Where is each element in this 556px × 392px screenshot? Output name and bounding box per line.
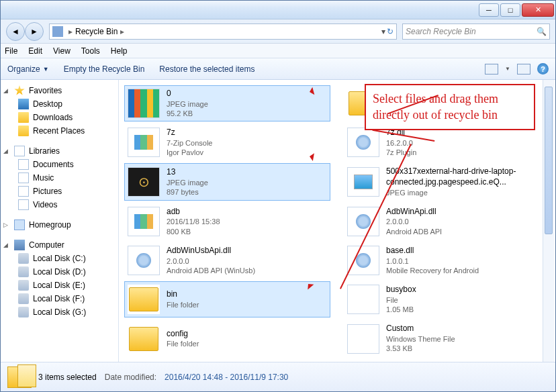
disk-icon (18, 266, 29, 277)
disclosure-icon: ◢ (3, 87, 10, 94)
scrollbar-thumb[interactable] (545, 87, 553, 234)
file-meta: JPEG image (386, 188, 547, 197)
file-tile[interactable]: AdbWinApi.dll2.0.0.0Android ADB API (344, 203, 550, 240)
maximize-button[interactable]: □ (500, 3, 520, 17)
file-tile[interactable]: base.dll1.0.0.1Mobile Recovery for Andro… (344, 242, 550, 279)
file-meta: 3.53 KB (386, 344, 455, 353)
file-tile[interactable]: 500x317xexternal-hard-drive-laptop-conne… (344, 163, 550, 200)
file-name: bin (167, 289, 199, 300)
computer-icon (14, 240, 25, 250)
breadcrumb-item[interactable]: Recycle Bin (75, 27, 118, 36)
refresh-icon[interactable]: ↻ (387, 27, 393, 36)
file-thumbnail (128, 285, 160, 314)
disclosure-icon: ◢ (3, 242, 10, 248)
forward-button[interactable]: ► (25, 22, 44, 41)
close-button[interactable]: ✕ (522, 3, 554, 17)
disk-icon (18, 280, 29, 291)
file-tile[interactable]: 7z7-Zip ConsoleIgor Pavlov (124, 124, 330, 160)
disk-icon (18, 307, 29, 317)
file-name: busybox (386, 285, 416, 295)
nav-row: ◄ ► ▸ Recycle Bin ▸ ▾ ↻ Search Recycle B… (1, 19, 555, 44)
help-icon[interactable]: ? (537, 63, 549, 75)
file-thumbnail: ⊙ (128, 167, 160, 197)
file-list[interactable]: 0JPEG image95.2 KB3rdFile folder7z7-Zip … (119, 80, 555, 362)
sidebar-item-disk-c[interactable]: Local Disk (C:) (1, 252, 118, 265)
arrow-left-icon: ◄ (11, 27, 19, 36)
sidebar-item-disk-f[interactable]: Local Disk (F:) (1, 292, 118, 305)
menu-tools[interactable]: Tools (81, 46, 100, 56)
file-tile[interactable]: AdbWinUsbApi.dll2.0.0.0Android ADB API (… (124, 242, 330, 279)
file-tile[interactable]: 0JPEG image95.2 KB (124, 85, 330, 121)
file-thumbnail (128, 324, 160, 354)
pictures-icon (18, 186, 29, 197)
file-meta: Igor Pavlov (167, 148, 212, 157)
organize-button[interactable]: Organize ▼ (7, 64, 49, 74)
file-thumbnail (128, 89, 160, 118)
file-meta: Android ADB API (386, 227, 442, 236)
chevron-right-icon: ▸ (68, 27, 73, 36)
details-pane: 3 items selected Date modified: 2016/4/2… (1, 362, 555, 391)
menu-help[interactable]: Help (111, 46, 128, 56)
empty-recycle-bin-button[interactable]: Empty the Recycle Bin (64, 64, 145, 74)
file-meta: 95.2 KB (167, 109, 208, 118)
file-tile[interactable]: binFile folder (124, 281, 330, 317)
file-meta: 897 bytes (167, 187, 208, 197)
back-button[interactable]: ◄ (6, 22, 25, 41)
file-tile[interactable]: CustomWindows Theme File3.53 KB (344, 320, 550, 356)
sidebar-libraries[interactable]: ◢ Libraries (1, 144, 118, 158)
file-meta: Windows Theme File (386, 334, 455, 344)
file-meta: 2016/11/8 15:38 (167, 217, 220, 226)
chevron-down-icon: ▼ (43, 66, 49, 72)
disclosure-icon: ▷ (3, 222, 10, 228)
annotation-box: Select files and drag them directly out … (365, 84, 535, 130)
file-meta: Android ADB API (WinUsb) (167, 266, 255, 275)
file-meta: File folder (167, 339, 199, 348)
sidebar-item-videos[interactable]: Videos (1, 198, 118, 211)
star-icon (14, 85, 25, 96)
file-tile[interactable]: configFile folder (124, 320, 330, 356)
disk-icon (18, 293, 29, 304)
file-meta: File (386, 295, 416, 305)
sidebar-computer[interactable]: ◢ Computer (1, 238, 118, 252)
search-input[interactable]: Search Recycle Bin 🔍 (402, 23, 550, 40)
file-tile[interactable]: busyboxFile1.05 MB (344, 281, 550, 317)
preview-pane-button[interactable] (517, 64, 530, 75)
breadcrumb[interactable]: ▸ Recycle Bin ▸ ▾ ↻ (49, 23, 397, 40)
file-tile[interactable]: ⊙13JPEG image897 bytes (124, 163, 330, 200)
menu-file[interactable]: File (5, 46, 17, 56)
dropdown-icon[interactable]: ▾ (381, 27, 385, 36)
file-tile[interactable]: adb2016/11/8 15:38800 KB (124, 203, 330, 240)
sidebar-item-documents[interactable]: Documents (1, 158, 118, 171)
sidebar-item-disk-e[interactable]: Local Disk (E:) (1, 279, 118, 292)
sidebar-item-music[interactable]: Music (1, 171, 118, 185)
file-meta: Mobile Recovery for Android (386, 266, 479, 275)
scrollbar[interactable] (543, 80, 554, 362)
file-thumbnail (347, 285, 379, 314)
menu-edit[interactable]: Edit (28, 46, 42, 56)
file-meta: 7-Zip Console (167, 138, 212, 148)
arrow-head-icon (305, 152, 314, 161)
sidebar-item-downloads[interactable]: Downloads (1, 111, 118, 124)
sidebar-item-disk-d[interactable]: Local Disk (D:) (1, 265, 118, 279)
file-meta: 800 KB (167, 227, 220, 236)
sidebar-item-recent[interactable]: Recent Places (1, 124, 118, 138)
sidebar-item-desktop[interactable]: Desktop (1, 97, 118, 111)
sidebar-favorites[interactable]: ◢ Favorites (1, 84, 118, 97)
menu-view[interactable]: View (53, 46, 71, 56)
arrow-right-icon: ► (30, 27, 38, 36)
file-thumbnail (347, 246, 379, 275)
toolbar: Organize ▼ Empty the Recycle Bin Restore… (1, 58, 555, 80)
file-name: config (167, 329, 199, 340)
view-mode-button[interactable] (485, 64, 498, 75)
sidebar-item-pictures[interactable]: Pictures (1, 185, 118, 198)
restore-selected-button[interactable]: Restore the selected items (159, 64, 254, 74)
chevron-down-icon[interactable]: ▼ (505, 66, 510, 72)
file-thumbnail (128, 128, 160, 157)
sidebar-homegroup[interactable]: ▷ Homegroup (1, 218, 118, 232)
file-meta: JPEG image (167, 99, 208, 109)
sidebar-item-disk-g[interactable]: Local Disk (G:) (1, 305, 118, 319)
minimize-button[interactable]: ─ (479, 3, 499, 17)
folder-icon (18, 126, 29, 136)
videos-icon (18, 199, 29, 210)
file-thumbnail (347, 167, 379, 197)
